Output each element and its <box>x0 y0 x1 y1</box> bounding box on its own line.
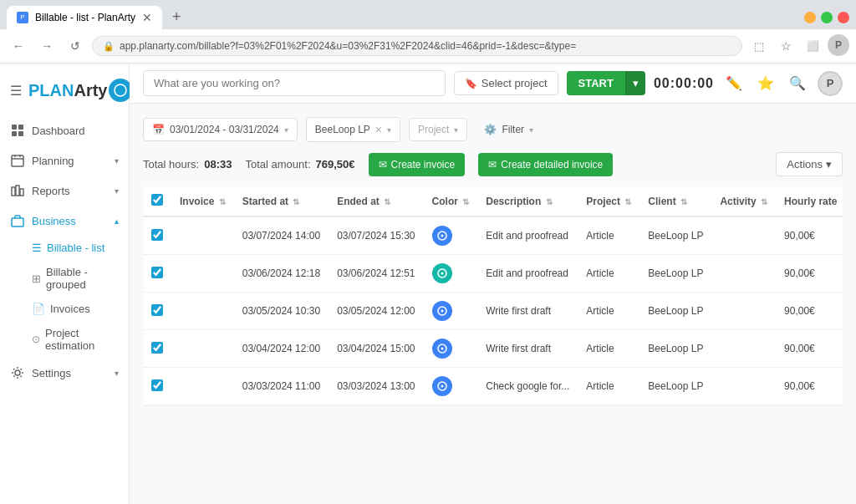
avatar[interactable]: P <box>818 71 843 96</box>
hourly-rate-sort-icon[interactable]: ⇅ <box>842 197 843 206</box>
reload-button[interactable]: ↺ <box>64 34 87 58</box>
row-color-0 <box>424 216 478 255</box>
search-input[interactable] <box>143 70 446 96</box>
clear-client-button[interactable]: × <box>375 123 382 136</box>
svg-point-16 <box>441 310 443 313</box>
color-dot-4 <box>432 376 452 396</box>
color-dot-0 <box>432 226 452 246</box>
sidebar-item-dashboard[interactable]: Dashboard <box>0 115 129 145</box>
search-button[interactable]: 🔍 <box>786 72 809 94</box>
new-tab-button[interactable]: + <box>166 5 188 29</box>
header-description: Description ⇅ <box>477 186 578 216</box>
row-checkbox-2[interactable] <box>151 304 163 316</box>
sidebar-item-planning[interactable]: Planning ▾ <box>0 145 129 176</box>
project-placeholder-text: Project <box>418 124 449 135</box>
hamburger-icon[interactable]: ☰ <box>10 83 22 99</box>
select-project-label: Select project <box>482 77 548 89</box>
address-bar[interactable]: 🔒 app.planarty.com/billable?f=03%2F01%2F… <box>92 36 742 56</box>
svg-rect-2 <box>18 125 23 130</box>
row-client-4: BeeLoop LP <box>639 368 711 405</box>
row-project-4: Article <box>578 368 639 405</box>
project-sort-icon[interactable]: ⇅ <box>624 197 631 206</box>
row-checkbox-4[interactable] <box>151 379 163 391</box>
client-select-button[interactable]: BeeLoop LP × ▾ <box>306 117 400 142</box>
summary-bar: Total hours: 08:33 Total amount: 769,50€… <box>143 152 843 176</box>
color-dot-1 <box>432 263 452 283</box>
filter-button[interactable]: ⚙️ Filter ▾ <box>476 119 542 140</box>
start-dropdown-button[interactable]: ▾ <box>625 71 645 95</box>
browser-tab[interactable]: P Billable - list - PlanArty ✕ <box>7 6 162 29</box>
planning-chevron-icon: ▾ <box>115 156 119 165</box>
table-row: 03/04/2024 12:00 03/04/2024 15:00 Write … <box>143 330 843 368</box>
reports-icon <box>10 183 25 198</box>
maximize-button[interactable] <box>821 12 833 23</box>
actions-button[interactable]: Actions ▾ <box>776 152 843 176</box>
bookmark-button[interactable]: ☆ <box>774 34 797 58</box>
tab-close-button[interactable]: ✕ <box>142 11 152 24</box>
color-sort-icon[interactable]: ⇅ <box>462 197 469 206</box>
header-started-at-label: Started at <box>242 196 288 207</box>
sidebar: ☰ PLAN Arty Dashboard P <box>0 64 130 504</box>
cast-button[interactable]: ⬚ <box>747 34 771 58</box>
header-project: Project ⇅ <box>578 186 639 216</box>
row-client-1: BeeLoop LP <box>639 255 711 293</box>
table-row: 03/07/2024 14:00 03/07/2024 15:30 Edit a… <box>143 216 843 255</box>
sidebar-item-billable-list[interactable]: ☰ Billable - list <box>32 236 129 260</box>
total-hours-value: 08:33 <box>204 158 232 171</box>
row-activity-2 <box>711 293 776 330</box>
activity-sort-icon[interactable]: ⇅ <box>761 197 767 206</box>
create-invoice-button[interactable]: ✉ Create invoice <box>369 153 466 176</box>
favorite-button[interactable]: ⭐ <box>754 72 777 94</box>
header-project-label: Project <box>586 196 620 207</box>
row-color-1 <box>424 255 478 293</box>
row-checkbox-cell <box>143 293 171 330</box>
select-project-button[interactable]: 🔖 Select project <box>454 71 558 95</box>
row-hourly-rate-2: 90,00€ <box>776 293 843 330</box>
sidebar-item-project-estimation[interactable]: ⊙ Project estimation <box>32 321 129 358</box>
estimation-icon: ⊙ <box>32 333 40 345</box>
svg-rect-3 <box>12 131 17 136</box>
app-header: 🔖 Select project START ▾ 00:00:00 ✏️ ⭐ 🔍… <box>130 64 856 104</box>
create-detailed-invoice-button[interactable]: ✉ Create detailed invoice <box>478 153 613 176</box>
sidebar-item-settings[interactable]: Settings ▾ <box>0 358 129 388</box>
invoice-sort-icon[interactable]: ⇅ <box>219 197 226 206</box>
date-dropdown-icon: ▾ <box>284 125 288 135</box>
row-started-at-2: 03/05/2024 10:30 <box>234 293 329 330</box>
bookmark-project-icon: 🔖 <box>465 78 477 89</box>
sidebar-item-invoices[interactable]: 📄 Invoices <box>32 297 129 321</box>
back-button[interactable]: ← <box>7 34 30 58</box>
sidebar-item-reports[interactable]: Reports ▾ <box>0 176 129 206</box>
project-select-button[interactable]: Project ▾ <box>409 118 467 141</box>
forward-button[interactable]: → <box>35 34 59 58</box>
sidebar-item-dashboard-label: Dashboard <box>32 125 119 137</box>
description-sort-icon[interactable]: ⇅ <box>546 197 553 206</box>
minimize-button[interactable] <box>804 12 816 23</box>
start-button[interactable]: START <box>567 71 625 95</box>
row-checkbox-1[interactable] <box>151 267 163 278</box>
row-hourly-rate-4: 90,00€ <box>776 368 843 405</box>
row-project-1: Article <box>578 255 639 293</box>
edit-timer-button[interactable]: ✏️ <box>722 72 746 94</box>
content-area: 📅 03/01/2024 - 03/31/2024 ▾ BeeLoop LP ×… <box>130 104 856 504</box>
select-all-checkbox[interactable] <box>151 194 163 206</box>
profile-button[interactable]: P <box>828 34 849 56</box>
row-checkbox-3[interactable] <box>151 342 163 354</box>
sidebar-item-business[interactable]: Business ▴ <box>0 206 129 236</box>
client-sort-icon[interactable]: ⇅ <box>680 197 687 206</box>
started-at-sort-icon[interactable]: ⇅ <box>293 197 299 206</box>
row-invoice-2 <box>171 293 234 330</box>
sidebar-item-billable-grouped[interactable]: ⊞ Billable - grouped <box>32 260 129 297</box>
close-button[interactable] <box>838 12 849 23</box>
row-started-at-4: 03/03/2024 11:00 <box>234 368 329 405</box>
date-range-button[interactable]: 📅 03/01/2024 - 03/31/2024 ▾ <box>143 118 298 141</box>
row-hourly-rate-3: 90,00€ <box>776 330 843 368</box>
row-color-4 <box>424 368 478 405</box>
total-amount-value: 769,50€ <box>316 158 355 171</box>
row-checkbox-0[interactable] <box>151 229 163 241</box>
svg-point-17 <box>441 348 443 350</box>
row-description-1: Edit and proofread <box>477 255 578 293</box>
row-client-3: BeeLoop LP <box>639 330 711 368</box>
svg-rect-4 <box>18 131 23 136</box>
extension-button[interactable]: ⬜ <box>801 34 824 58</box>
ended-at-sort-icon[interactable]: ⇅ <box>384 197 390 206</box>
